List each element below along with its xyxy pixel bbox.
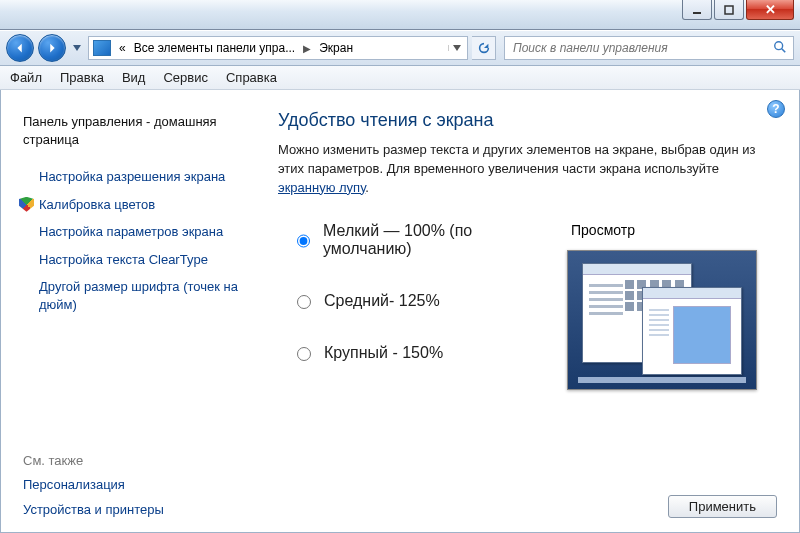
breadcrumb[interactable]: « Все элементы панели упра... ▶ Экран — [88, 36, 468, 60]
preview-window-front — [642, 287, 742, 375]
sidebar-link-dpi[interactable]: Другой размер шрифта (точек на дюйм) — [19, 273, 244, 318]
option-medium-radio[interactable] — [297, 295, 311, 309]
main-area: Панель управления - домашняя страница На… — [0, 90, 800, 533]
breadcrumb-dropdown[interactable] — [448, 45, 465, 51]
preview-image — [567, 250, 757, 390]
sidebar-home-link[interactable]: Панель управления - домашняя страница — [19, 108, 244, 153]
close-button[interactable]: ✕ — [746, 0, 794, 20]
forward-button[interactable] — [38, 34, 66, 62]
refresh-button[interactable] — [472, 36, 496, 60]
option-small-radio[interactable] — [297, 234, 310, 248]
close-icon: ✕ — [765, 2, 776, 17]
back-button[interactable] — [6, 34, 34, 62]
page-description: Можно изменить размер текста и других эл… — [278, 141, 777, 198]
help-icon[interactable]: ? — [767, 100, 785, 118]
menu-bar: Файл Правка Вид Сервис Справка — [0, 66, 800, 90]
options-area: Мелкий — 100% (по умолчанию) Средний- 12… — [278, 222, 777, 396]
see-also-heading: См. также — [19, 449, 244, 472]
sidebar: Панель управления - домашняя страница На… — [1, 90, 256, 532]
apply-row: Применить — [668, 495, 777, 518]
sidebar-link-resolution[interactable]: Настройка разрешения экрана — [19, 163, 244, 191]
sidebar-link-cleartype[interactable]: Настройка текста ClearType — [19, 246, 244, 274]
option-large-label: Крупный - 150% — [324, 344, 443, 362]
maximize-button[interactable] — [714, 0, 744, 20]
search-icon[interactable] — [773, 40, 787, 57]
menu-help[interactable]: Справка — [226, 70, 277, 85]
content-pane: ? Удобство чтения с экрана Можно изменит… — [256, 90, 799, 532]
breadcrumb-prefix: « — [115, 41, 130, 55]
option-medium-label: Средний- 125% — [324, 292, 440, 310]
magnifier-link[interactable]: экранную лупу — [278, 180, 365, 195]
see-also-personalization[interactable]: Персонализация — [19, 472, 244, 497]
minimize-button[interactable] — [682, 0, 712, 20]
preview-label: Просмотр — [567, 222, 777, 238]
svg-line-3 — [782, 48, 786, 52]
page-title: Удобство чтения с экрана — [278, 110, 777, 131]
svg-point-2 — [775, 41, 783, 49]
see-also: См. также Персонализация Устройства и пр… — [19, 437, 244, 522]
preview-taskbar — [578, 377, 746, 383]
nav-toolbar: « Все элементы панели упра... ▶ Экран — [0, 30, 800, 66]
see-also-devices-printers[interactable]: Устройства и принтеры — [19, 497, 244, 522]
chevron-right-icon: ▶ — [299, 43, 315, 54]
sidebar-link-display-params[interactable]: Настройка параметров экрана — [19, 218, 244, 246]
search-input[interactable] — [511, 40, 773, 56]
breadcrumb-seg-2[interactable]: Экран — [315, 41, 357, 55]
menu-view[interactable]: Вид — [122, 70, 146, 85]
sidebar-link-calibrate[interactable]: Калибровка цветов — [19, 191, 244, 219]
size-options: Мелкий — 100% (по умолчанию) Средний- 12… — [278, 222, 543, 396]
menu-file[interactable]: Файл — [10, 70, 42, 85]
desc-post: . — [365, 180, 369, 195]
svg-rect-0 — [693, 12, 701, 14]
breadcrumb-seg-1[interactable]: Все элементы панели упра... — [130, 41, 300, 55]
option-large-radio[interactable] — [297, 347, 311, 361]
preview-column: Просмотр — [567, 222, 777, 396]
apply-button[interactable]: Применить — [668, 495, 777, 518]
desc-text: Можно изменить размер текста и других эл… — [278, 142, 755, 176]
svg-rect-1 — [725, 6, 733, 14]
option-medium[interactable]: Средний- 125% — [292, 292, 543, 310]
window-controls: ✕ — [682, 0, 794, 20]
window-titlebar: ✕ — [0, 0, 800, 30]
option-large[interactable]: Крупный - 150% — [292, 344, 543, 362]
search-box[interactable] — [504, 36, 794, 60]
option-small-label: Мелкий — 100% (по умолчанию) — [323, 222, 543, 258]
control-panel-icon — [93, 40, 111, 56]
option-small[interactable]: Мелкий — 100% (по умолчанию) — [292, 222, 543, 258]
menu-edit[interactable]: Правка — [60, 70, 104, 85]
menu-service[interactable]: Сервис — [163, 70, 208, 85]
nav-history-dropdown[interactable] — [70, 36, 84, 60]
